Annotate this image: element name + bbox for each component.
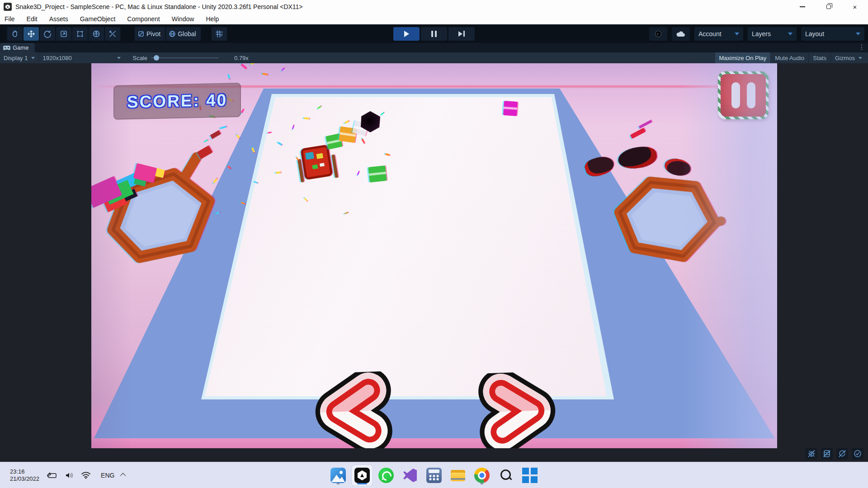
taskbar-app-vs[interactable] — [400, 465, 420, 486]
cloud-services-button[interactable] — [672, 27, 690, 41]
pause-button[interactable] — [421, 27, 447, 41]
menu-bar: File Edit Assets GameObject Component Wi… — [0, 14, 868, 24]
clock-date: 21/03/2022 — [10, 475, 39, 483]
stats-toggle[interactable]: Stats — [808, 52, 830, 63]
turn-right-button[interactable] — [477, 371, 557, 448]
battery-charging-icon[interactable] — [47, 471, 57, 479]
plastic-scm-button[interactable] — [649, 27, 667, 41]
taskbar-app-unity[interactable] — [352, 465, 373, 486]
game-tab-bar: Game ⋮ — [0, 43, 868, 52]
hand-icon — [11, 30, 19, 38]
move-tool-button[interactable] — [24, 27, 39, 41]
cloud-icon — [676, 31, 685, 37]
scale-icon — [60, 30, 68, 38]
rect-tool-button[interactable] — [72, 27, 88, 41]
global-toggle[interactable]: Global — [166, 27, 200, 41]
cache-server-disabled-icon[interactable] — [821, 448, 833, 460]
transform-tool-button[interactable] — [89, 27, 104, 41]
minimize-button[interactable] — [789, 0, 816, 14]
layout-label: Layout — [805, 30, 824, 38]
taskbar-app-chrome[interactable] — [472, 465, 492, 486]
rotate-icon — [43, 30, 52, 38]
whatsapp-icon — [378, 468, 394, 483]
score-panel: SCORE: 40 — [113, 83, 241, 120]
minimize-icon — [800, 6, 805, 7]
vs-icon — [402, 468, 418, 483]
taskbar-app-calc[interactable] — [424, 465, 444, 486]
menu-component[interactable]: Component — [127, 15, 160, 23]
display-dropdown[interactable]: Display 1 — [0, 52, 38, 63]
portal-right-debris — [630, 128, 646, 139]
maximize-on-play-toggle[interactable]: Maximize On Play — [715, 52, 771, 63]
play-icon — [404, 31, 409, 37]
scale-tool-button[interactable] — [56, 27, 71, 41]
taskbar-clock[interactable]: 23:16 21/03/2022 — [10, 468, 39, 483]
close-button[interactable]: × — [842, 0, 868, 14]
plastic-scm-icon — [654, 30, 662, 38]
wrench-icon — [108, 30, 117, 38]
language-indicator[interactable]: ENG — [101, 472, 114, 479]
menu-file[interactable]: File — [5, 15, 15, 23]
menu-window[interactable]: Window — [172, 15, 194, 23]
mute-audio-toggle[interactable]: Mute Audio — [770, 52, 808, 63]
taskbar-app-folder[interactable] — [448, 465, 468, 486]
restore-button[interactable] — [816, 0, 842, 14]
menu-help[interactable]: Help — [206, 15, 219, 23]
taskbar-app-start[interactable] — [519, 465, 540, 486]
menu-gameobject[interactable]: GameObject — [80, 15, 116, 23]
custom-tools-button[interactable] — [105, 27, 120, 41]
pause-bars-icon — [721, 74, 766, 117]
gamepad-icon — [3, 45, 10, 51]
confetti-particle — [262, 73, 268, 75]
tab-options-icon[interactable]: ⋮ — [859, 43, 865, 51]
layers-dropdown[interactable]: Layers — [748, 27, 797, 41]
unity-status-bar — [806, 448, 863, 460]
turn-left-button[interactable] — [313, 371, 394, 448]
debugger-disabled-icon[interactable] — [806, 448, 817, 460]
grid-snapping-button[interactable] — [212, 27, 227, 41]
portal-right — [603, 167, 728, 272]
step-button[interactable] — [448, 27, 475, 41]
game-view-toolbar: Display 1 868x488 Scale 0.79x Maximize… — [0, 52, 868, 63]
taskbar-app-photos[interactable] — [328, 465, 349, 486]
tab-game[interactable]: Game — [0, 43, 35, 52]
gizmos-dropdown[interactable]: Gizmos — [830, 52, 866, 63]
unity-app-icon — [4, 3, 12, 11]
resolution-dropdown[interactable]: 868x488 — [38, 52, 124, 63]
scale-slider[interactable] — [151, 57, 219, 58]
account-dropdown[interactable]: Account — [694, 27, 743, 41]
pivot-toggle[interactable]: Pivot — [135, 27, 165, 41]
speaker-icon[interactable] — [65, 471, 74, 479]
running-indicator — [337, 483, 340, 484]
system-tray: 23:16 21/03/2022 ENG — [0, 468, 126, 483]
rotate-tool-button[interactable] — [40, 27, 55, 41]
main-toolbar: Pivot Global Account — [0, 24, 868, 43]
arrow-left-icon — [313, 371, 394, 448]
score-text: SCORE: 40 — [127, 91, 227, 112]
wifi-icon[interactable] — [81, 471, 91, 479]
game-pause-button[interactable] — [718, 71, 769, 119]
photos-icon — [330, 468, 346, 483]
background-tasks-ok-icon[interactable] — [852, 448, 863, 460]
transform-icon — [92, 30, 100, 38]
play-button[interactable] — [393, 27, 420, 41]
pivot-label: Pivot — [146, 30, 160, 38]
taskbar-app-search[interactable] — [495, 465, 516, 486]
menu-edit[interactable]: Edit — [27, 15, 38, 23]
restore-icon — [826, 5, 831, 9]
layers-label: Layers — [752, 30, 771, 38]
taskbar-app-whatsapp[interactable] — [376, 465, 396, 486]
window-title: Snake3D_Project - SampleScene - PC, Mac … — [15, 3, 303, 10]
pan-tool-button[interactable] — [7, 27, 23, 41]
auto-refresh-disabled-icon[interactable] — [836, 448, 848, 460]
rect-icon — [76, 30, 84, 38]
menu-assets[interactable]: Assets — [49, 15, 68, 23]
scale-slider-thumb[interactable] — [154, 55, 159, 61]
scale-value: 0.79x — [234, 55, 249, 61]
unity-editor-window: Snake3D_Project - SampleScene - PC, Mac … — [0, 0, 868, 488]
layout-dropdown[interactable]: Layout — [801, 27, 864, 41]
start-icon — [522, 468, 538, 483]
search-icon — [498, 468, 514, 483]
confetti-particle — [241, 63, 247, 69]
tray-expand-chevron-icon[interactable] — [120, 473, 126, 479]
